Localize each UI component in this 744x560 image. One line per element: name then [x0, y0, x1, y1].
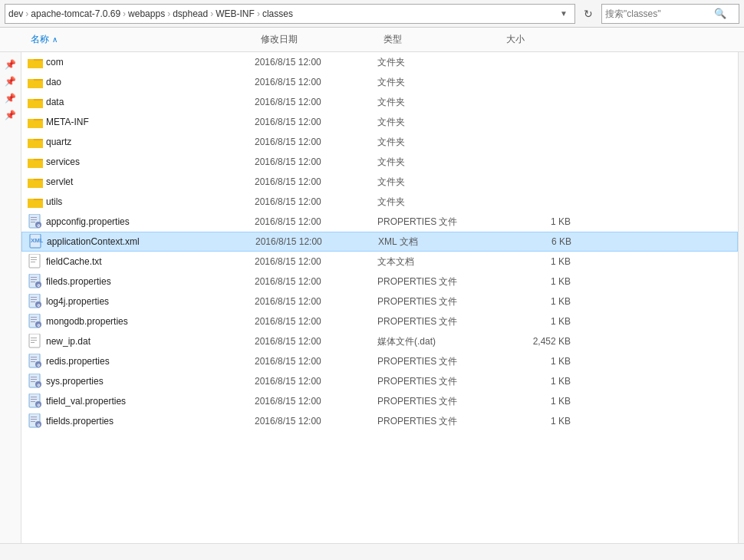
file-name: com	[46, 57, 255, 68]
file-date: 2016/8/15 12:00	[255, 396, 377, 407]
table-row[interactable]: new_ip.dat 2016/8/15 12:00 媒体文件(.dat) 2,…	[21, 331, 738, 351]
pin-icon-2[interactable]: 📌	[5, 75, 17, 87]
file-date: 2016/8/15 12:00	[255, 137, 377, 147]
table-row[interactable]: fieldCache.txt 2016/8/15 12:00 文本文档 1 KB	[21, 252, 738, 272]
file-type: PROPERTIES 文件	[377, 355, 500, 368]
breadcrumb-webapps[interactable]: webapps	[128, 8, 165, 19]
svg-text:XML: XML	[31, 237, 43, 244]
pin-icon-4[interactable]: 📌	[5, 109, 17, 121]
file-date: 2016/8/15 12:00	[255, 196, 377, 207]
file-list: com 2016/8/15 12:00 文件夹 dao 2016/8/15 12…	[21, 52, 738, 543]
file-name: tfield_val.properties	[46, 396, 255, 407]
col-name-header[interactable]: 名称 ∧	[31, 33, 261, 46]
svg-rect-41	[31, 257, 37, 258]
file-icon	[28, 54, 43, 70]
table-row[interactable]: utils 2016/8/15 12:00 文件夹	[21, 192, 738, 212]
svg-rect-23	[28, 159, 34, 161]
file-icon: ⚙	[28, 314, 43, 329]
svg-rect-31	[28, 199, 34, 201]
col-date-header[interactable]: 修改日期	[261, 33, 384, 46]
file-name: servlet	[46, 176, 255, 187]
table-row[interactable]: servlet 2016/8/15 12:00 文件夹	[21, 172, 738, 192]
file-type: PROPERTIES 文件	[377, 275, 500, 288]
file-size: 1 KB	[500, 356, 577, 367]
svg-rect-2	[28, 61, 43, 68]
svg-rect-53	[31, 301, 35, 302]
table-row[interactable]: data 2016/8/15 12:00 文件夹	[21, 92, 738, 112]
search-icon[interactable]: 🔍	[713, 6, 728, 21]
svg-rect-19	[28, 139, 34, 141]
table-row[interactable]: META-INF 2016/8/15 12:00 文件夹	[21, 112, 738, 132]
file-date: 2016/8/15 12:00	[255, 77, 377, 87]
file-name: mongodb.properties	[46, 316, 255, 327]
breadcrumb-dev[interactable]: dev	[8, 8, 23, 19]
breadcrumb-dropdown-icon[interactable]: ▼	[556, 6, 571, 21]
file-size: 1 KB	[500, 296, 577, 307]
file-date: 2016/8/15 12:00	[255, 216, 377, 227]
file-name: applicationContext.xml	[47, 236, 255, 247]
file-size: 1 KB	[500, 216, 577, 227]
file-name: appconfig.properties	[46, 216, 255, 227]
svg-rect-6	[28, 81, 43, 88]
svg-rect-58	[31, 319, 37, 320]
breadcrumb-tomcat[interactable]: apache-tomcat-7.0.69	[31, 8, 120, 19]
file-type: PROPERTIES 文件	[377, 295, 500, 308]
table-row[interactable]: ⚙ log4j.properties 2016/8/15 12:00 PROPE…	[21, 292, 738, 311]
table-row[interactable]: ⚙ tfields.properties 2016/8/15 12:00 PRO…	[21, 411, 738, 431]
breadcrumb-classes[interactable]: classes	[262, 8, 293, 19]
file-icon: ⚙	[28, 413, 43, 429]
svg-rect-14	[28, 120, 43, 128]
pin-icon-3[interactable]: 📌	[5, 92, 17, 104]
file-name: dao	[46, 77, 255, 87]
breadcrumb-area[interactable]: dev › apache-tomcat-7.0.69 › webapps › d…	[5, 4, 575, 24]
pin-icon-1[interactable]: 📌	[5, 58, 17, 71]
main-area: 📌 📌 📌 📌 com 2016/8/15 12:00 文件夹 dao 2016…	[0, 52, 744, 543]
breadcrumb-dsphead[interactable]: dsphead	[173, 8, 208, 19]
refresh-button[interactable]: ↻	[578, 4, 598, 24]
file-type: PROPERTIES 文件	[377, 395, 500, 408]
file-date: 2016/8/15 12:00	[255, 316, 377, 327]
svg-rect-87	[31, 421, 35, 422]
file-date: 2016/8/15 12:00	[255, 256, 377, 267]
col-type-header[interactable]: 类型	[384, 33, 506, 46]
table-row[interactable]: XML applicationContext.xml 2016/8/15 12:…	[21, 232, 738, 252]
table-row[interactable]: ⚙ redis.properties 2016/8/15 12:00 PROPE…	[21, 351, 738, 371]
file-type: 文件夹	[377, 76, 500, 89]
file-icon	[28, 74, 43, 90]
file-icon: ⚙	[28, 294, 43, 309]
file-date: 2016/8/15 12:00	[255, 336, 377, 347]
table-row[interactable]: com 2016/8/15 12:00 文件夹	[21, 52, 738, 72]
table-row[interactable]: ⚙ sys.properties 2016/8/15 12:00 PROPERT…	[21, 371, 738, 391]
svg-rect-64	[31, 340, 37, 341]
table-row[interactable]: ⚙ mongodb.properties 2016/8/15 12:00 PRO…	[21, 311, 738, 331]
svg-rect-80	[31, 399, 37, 400]
table-row[interactable]: ⚙ fileds.properties 2016/8/15 12:00 PROP…	[21, 272, 738, 292]
table-row[interactable]: ⚙ tfield_val.properties 2016/8/15 12:00 …	[21, 391, 738, 411]
file-size: 1 KB	[500, 416, 577, 427]
svg-rect-74	[31, 379, 37, 380]
svg-rect-40	[29, 254, 40, 268]
file-name: sys.properties	[46, 376, 255, 387]
svg-rect-15	[28, 119, 34, 121]
file-icon	[28, 194, 43, 209]
explorer-window: dev › apache-tomcat-7.0.69 › webapps › d…	[0, 0, 744, 560]
col-size-header[interactable]: 大小	[506, 33, 583, 46]
file-type: PROPERTIES 文件	[377, 415, 500, 428]
resize-handle[interactable]	[738, 52, 744, 543]
file-type: 文件夹	[377, 116, 500, 129]
table-row[interactable]: services 2016/8/15 12:00 文件夹	[21, 152, 738, 172]
file-type: 媒体文件(.dat)	[377, 335, 500, 348]
svg-rect-33	[31, 217, 37, 218]
table-row[interactable]: ⚙ appconfig.properties 2016/8/15 12:00 P…	[21, 212, 738, 232]
file-icon	[28, 94, 43, 110]
file-size: 1 KB	[500, 396, 577, 407]
file-name: log4j.properties	[46, 296, 255, 307]
table-row[interactable]: quartz 2016/8/15 12:00 文件夹	[21, 132, 738, 152]
svg-rect-69	[31, 361, 35, 362]
breadcrumb-webinf[interactable]: WEB-INF	[216, 8, 255, 19]
svg-rect-34	[31, 219, 37, 220]
table-row[interactable]: dao 2016/8/15 12:00 文件夹	[21, 72, 738, 92]
search-input[interactable]	[605, 8, 713, 19]
file-date: 2016/8/15 12:00	[255, 276, 377, 287]
file-date: 2016/8/15 12:00	[255, 376, 377, 387]
